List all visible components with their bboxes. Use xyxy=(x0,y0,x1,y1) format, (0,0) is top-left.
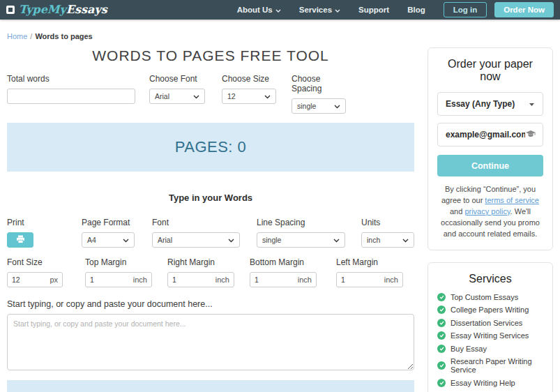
top-margin-label: Top Margin xyxy=(85,257,167,267)
page-format-label: Page Format xyxy=(82,218,152,227)
editor-row-1: Print Page Format A4 Font Arial xyxy=(7,218,414,248)
font-value: Arial xyxy=(158,236,172,244)
logo-square-icon xyxy=(6,6,15,14)
page-format-value: A4 xyxy=(87,236,96,244)
check-icon xyxy=(437,361,446,370)
chevron-down-icon xyxy=(275,6,281,14)
right-margin-input[interactable] xyxy=(172,276,215,284)
chevron-down-icon xyxy=(228,236,234,244)
service-label: Essay Writing Services xyxy=(451,331,529,340)
left-margin-unit: inch xyxy=(384,276,398,284)
line-spacing-select[interactable]: single xyxy=(257,232,345,248)
service-item[interactable]: Research Paper Writing Service xyxy=(437,357,543,374)
pages-result-top-text: PAGES: 0 xyxy=(175,138,247,156)
pages-result-bottom: PAGES: 0 xyxy=(7,380,414,392)
header-buttons: Log in Order Now xyxy=(444,2,554,17)
service-label: Top Custom Essays xyxy=(451,293,518,301)
nav-about-us[interactable]: About Us xyxy=(237,6,281,14)
service-item[interactable]: Essay Writing Services xyxy=(437,331,543,340)
service-item[interactable]: Dissertation Services xyxy=(437,319,543,327)
bottom-margin-input[interactable] xyxy=(255,276,298,284)
check-icon xyxy=(437,331,446,340)
units-select[interactable]: inch xyxy=(361,232,414,248)
service-label: College Papers Writing xyxy=(451,306,529,314)
chevron-down-icon xyxy=(335,6,340,14)
nav-services[interactable]: Services xyxy=(299,6,340,14)
service-label: Essay Writing Help xyxy=(451,379,515,387)
check-icon xyxy=(437,379,446,387)
left-margin-label: Left Margin xyxy=(336,257,403,267)
top-navigation-bar: TypeMyEssays About Us Services Support B… xyxy=(0,0,560,20)
font-size-label: Font Size xyxy=(7,257,85,267)
service-item[interactable]: Top Custom Essays xyxy=(437,293,543,301)
nav-support[interactable]: Support xyxy=(358,6,389,14)
chevron-down-icon xyxy=(264,92,271,100)
print-label: Print xyxy=(7,218,82,227)
nav-blog[interactable]: Blog xyxy=(407,6,425,14)
calculator-row-1: Total words Choose Font Arial Choose Siz… xyxy=(7,74,414,114)
sidebar: Order your paper now Essay (Any Type) Co… xyxy=(427,40,553,392)
document-label: Start typing, or copy and paste your doc… xyxy=(7,299,414,309)
font-select[interactable]: Arial xyxy=(152,232,240,248)
check-icon xyxy=(437,345,446,353)
choose-spacing-value: single xyxy=(297,102,316,110)
terms-text: By clicking “Continue”, you agree to our… xyxy=(437,184,543,240)
services-list: Top Custom Essays College Papers Writing… xyxy=(437,293,543,392)
chevron-down-icon xyxy=(402,236,409,244)
print-button[interactable] xyxy=(7,232,33,248)
left-margin-input[interactable] xyxy=(341,276,384,284)
caret-down-icon xyxy=(529,99,535,109)
privacy-policy-link[interactable]: privacy policy xyxy=(464,207,510,216)
choose-font-label: Choose Font xyxy=(149,74,205,84)
paper-type-select[interactable]: Essay (Any Type) xyxy=(437,92,543,116)
page-title: WORDS TO PAGES FREE TOOL xyxy=(7,47,414,64)
services-card: Services Top Custom Essays College Paper… xyxy=(427,262,553,392)
email-field[interactable] xyxy=(446,130,525,140)
check-icon xyxy=(437,293,446,301)
right-margin-unit: inch xyxy=(215,276,229,284)
nav-support-label: Support xyxy=(358,6,389,14)
breadcrumb-current: Words to pages xyxy=(35,32,92,40)
service-label: Buy Essay xyxy=(451,345,487,353)
service-item[interactable]: Essay Writing Help xyxy=(437,379,543,387)
check-icon xyxy=(437,319,446,327)
terms-of-service-link[interactable]: terms of service xyxy=(485,196,539,204)
chevron-down-icon xyxy=(334,102,340,110)
font-size-input[interactable] xyxy=(12,276,50,284)
chevron-down-icon xyxy=(123,236,129,244)
choose-size-select[interactable]: 12 xyxy=(222,89,276,104)
document-textarea[interactable] xyxy=(7,314,414,370)
choose-font-value: Arial xyxy=(155,92,169,100)
main-column: WORDS TO PAGES FREE TOOL Total words Cho… xyxy=(7,40,414,392)
top-margin-input[interactable] xyxy=(90,276,133,284)
breadcrumb-home-link[interactable]: Home xyxy=(7,32,27,40)
chevron-down-icon xyxy=(333,236,340,244)
logo-text: TypeMyEssays xyxy=(19,4,107,15)
logo-prefix: TypeMy xyxy=(19,3,66,16)
continue-button[interactable]: Continue xyxy=(437,155,543,176)
choose-font-select[interactable]: Arial xyxy=(149,89,205,104)
site-logo[interactable]: TypeMyEssays xyxy=(6,4,107,15)
choose-spacing-select[interactable]: single xyxy=(292,98,346,114)
total-words-input[interactable] xyxy=(7,89,135,104)
page: TypeMyEssays About Us Services Support B… xyxy=(0,0,560,392)
right-margin-label: Right Margin xyxy=(167,257,250,267)
check-icon xyxy=(437,306,446,314)
service-item[interactable]: College Papers Writing xyxy=(437,306,543,314)
content: WORDS TO PAGES FREE TOOL Total words Cho… xyxy=(0,40,560,392)
top-margin-unit: inch xyxy=(133,276,147,284)
font-label: Font xyxy=(152,218,257,227)
line-spacing-value: single xyxy=(262,236,281,244)
nav-services-label: Services xyxy=(299,6,332,14)
bottom-margin-label: Bottom Margin xyxy=(250,257,336,267)
bottom-margin-unit: inch xyxy=(298,276,312,284)
bottom-margin-group: inch xyxy=(250,272,317,287)
main-nav: About Us Services Support Blog xyxy=(237,6,425,14)
order-card-title: Order your paper now xyxy=(437,58,543,83)
line-spacing-label: Line Spacing xyxy=(257,218,361,227)
service-item[interactable]: Buy Essay xyxy=(437,345,543,353)
total-words-label: Total words xyxy=(7,74,135,84)
login-button[interactable]: Log in xyxy=(444,2,487,17)
order-now-button[interactable]: Order Now xyxy=(494,2,554,17)
page-format-select[interactable]: A4 xyxy=(82,232,135,248)
